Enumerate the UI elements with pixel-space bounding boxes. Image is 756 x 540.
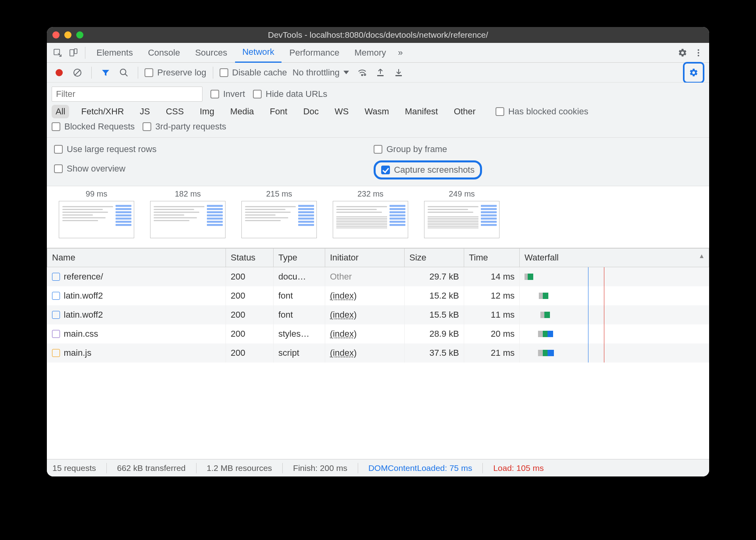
table-row[interactable]: latin.woff2200font(index)15.2 kB12 ms <box>47 286 709 305</box>
cell-size: 28.9 kB <box>405 324 464 343</box>
blocked-requests-checkbox[interactable]: Blocked Requests <box>52 122 135 132</box>
record-button[interactable] <box>52 65 67 80</box>
tab-console[interactable]: Console <box>141 43 187 63</box>
disable-cache-checkbox[interactable]: Disable cache <box>220 68 287 78</box>
table-row[interactable]: main.css200styles…(index)28.9 kB20 ms <box>47 324 709 343</box>
preserve-log-checkbox[interactable]: Preserve log <box>145 68 206 78</box>
screenshot-time: 99 ms <box>59 189 134 199</box>
cell-name: reference/ <box>47 267 226 287</box>
screenshot-time: 215 ms <box>241 189 317 199</box>
filter-type-wasm[interactable]: Wasm <box>361 105 393 118</box>
status-finish: Finish: 200 ms <box>293 463 347 473</box>
clear-button[interactable] <box>70 65 85 80</box>
import-har-icon[interactable] <box>373 65 388 80</box>
invert-checkbox[interactable]: Invert <box>210 89 245 99</box>
throttling-dropdown[interactable]: No throttling <box>290 68 352 78</box>
filter-type-js[interactable]: JS <box>136 105 154 118</box>
tab-elements[interactable]: Elements <box>89 43 140 63</box>
filter-type-other[interactable]: Other <box>450 105 480 118</box>
cell-time: 21 ms <box>464 343 520 363</box>
cell-type: styles… <box>274 324 325 343</box>
filter-type-fetch[interactable]: Fetch/XHR <box>77 105 128 118</box>
status-resources: 1.2 MB resources <box>207 463 272 473</box>
cell-waterfall <box>520 343 709 363</box>
initiator-link[interactable]: (index) <box>330 329 357 339</box>
settings-icon[interactable] <box>675 45 690 60</box>
screenshot-frame[interactable]: 99 ms <box>59 189 134 238</box>
search-icon[interactable] <box>116 65 131 80</box>
cell-type: docu… <box>274 267 325 287</box>
network-conditions-icon[interactable] <box>355 65 370 80</box>
filter-type-doc[interactable]: Doc <box>299 105 323 118</box>
cell-time: 12 ms <box>464 286 520 305</box>
tab-performance[interactable]: Performance <box>282 43 347 63</box>
cell-initiator: (index) <box>325 286 405 305</box>
svg-point-4 <box>698 52 699 54</box>
separator <box>85 47 85 59</box>
svg-rect-2 <box>74 49 77 54</box>
cell-type: script <box>274 343 325 363</box>
initiator-link[interactable]: (index) <box>330 348 357 358</box>
col-status[interactable]: Status <box>226 249 274 267</box>
type-filter-row: All Fetch/XHR JS CSS Img Media Font Doc … <box>52 103 704 120</box>
third-party-requests-checkbox[interactable]: 3rd-party requests <box>143 122 226 132</box>
cell-initiator: Other <box>325 267 405 287</box>
filter-type-manifest[interactable]: Manifest <box>401 105 442 118</box>
initiator-link[interactable]: (index) <box>330 310 357 320</box>
col-waterfall[interactable]: Waterfall <box>520 249 709 267</box>
table-row[interactable]: latin.woff2200font(index)15.5 kB11 ms <box>47 305 709 324</box>
separator <box>91 67 92 79</box>
table-row[interactable]: reference/200docu…Other29.7 kB14 ms <box>47 267 709 287</box>
cell-initiator: (index) <box>325 305 405 324</box>
css-file-icon <box>52 330 60 338</box>
filter-type-media[interactable]: Media <box>226 105 258 118</box>
separator <box>213 67 213 79</box>
use-large-rows-checkbox[interactable]: Use large request rows <box>54 144 156 154</box>
export-har-icon[interactable] <box>391 65 406 80</box>
device-toolbar-icon[interactable] <box>66 45 81 60</box>
table-header-row: Name Status Type Initiator Size Time Wat… <box>47 249 709 267</box>
col-size[interactable]: Size <box>405 249 464 267</box>
screenshot-frame[interactable]: 182 ms <box>150 189 226 238</box>
requests-table: Name Status Type Initiator Size Time Wat… <box>47 248 709 363</box>
svg-point-10 <box>362 74 363 75</box>
has-blocked-cookies-checkbox[interactable]: Has blocked cookies <box>496 106 588 117</box>
col-type[interactable]: Type <box>274 249 325 267</box>
titlebar: DevTools - localhost:8080/docs/devtools/… <box>47 27 709 43</box>
tab-memory[interactable]: Memory <box>347 43 393 63</box>
col-time[interactable]: Time <box>464 249 520 267</box>
hide-data-urls-checkbox[interactable]: Hide data URLs <box>253 89 327 99</box>
initiator-link[interactable]: (index) <box>330 291 357 301</box>
filter-toggle-icon[interactable] <box>98 65 113 80</box>
table-row[interactable]: main.js200script(index)37.5 kB21 ms <box>47 343 709 363</box>
more-options-icon[interactable] <box>691 45 706 60</box>
inspect-element-icon[interactable] <box>50 45 65 60</box>
network-settings-icon[interactable] <box>686 65 701 80</box>
requests-table-wrap: Name Status Type Initiator Size Time Wat… <box>47 248 709 459</box>
show-overview-checkbox[interactable]: Show overview <box>54 164 125 174</box>
status-load: Load: 105 ms <box>493 463 544 473</box>
col-name[interactable]: Name <box>47 249 226 267</box>
filter-type-ws[interactable]: WS <box>331 105 353 118</box>
svg-line-9 <box>125 74 127 76</box>
capture-screenshots-checkbox[interactable]: Capture screenshots <box>381 165 474 175</box>
filter-type-font[interactable]: Font <box>266 105 291 118</box>
group-by-frame-checkbox[interactable]: Group by frame <box>374 144 447 154</box>
network-toolbar: Preserve log Disable cache No throttling <box>47 63 709 83</box>
cell-size: 15.5 kB <box>405 305 464 324</box>
cell-waterfall <box>520 305 709 324</box>
tab-sources[interactable]: Sources <box>188 43 234 63</box>
filter-type-img[interactable]: Img <box>196 105 218 118</box>
screenshot-frame[interactable]: 232 ms <box>333 189 408 238</box>
filter-type-all[interactable]: All <box>52 105 69 118</box>
screenshot-frame[interactable]: 215 ms <box>241 189 317 238</box>
more-tabs-button[interactable]: » <box>394 43 407 63</box>
col-initiator[interactable]: Initiator <box>325 249 405 267</box>
tab-network[interactable]: Network <box>235 43 282 63</box>
filter-type-css[interactable]: CSS <box>162 105 188 118</box>
filter-input[interactable] <box>52 87 202 102</box>
cell-status: 200 <box>226 324 274 343</box>
devtools-window: DevTools - localhost:8080/docs/devtools/… <box>47 27 709 476</box>
screenshot-frame[interactable]: 249 ms <box>424 189 499 238</box>
cell-time: 11 ms <box>464 305 520 324</box>
